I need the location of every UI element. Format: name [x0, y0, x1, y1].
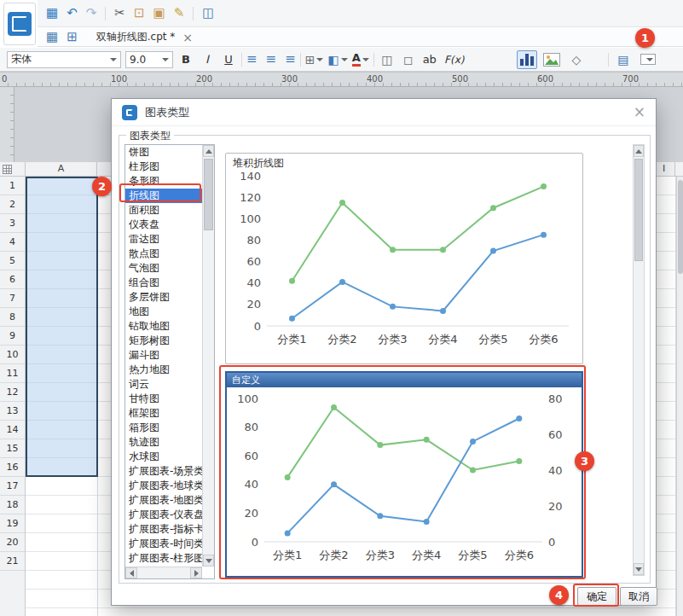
save-icon[interactable]: ▦ [46, 7, 58, 20]
chart-type-item[interactable]: 词云 [125, 377, 203, 392]
font-color-button[interactable]: A [352, 51, 369, 68]
row-header[interactable]: 15 [0, 439, 25, 458]
chart-type-item[interactable]: 漏斗图 [125, 348, 203, 363]
scroll-right-icon[interactable] [190, 567, 202, 578]
preview-vertical-scrollbar[interactable] [633, 144, 645, 576]
insert-image-button[interactable] [541, 50, 562, 69]
chart-type-item[interactable]: 饼图 [125, 145, 203, 160]
dialog-titlebar[interactable]: 图表类型 × [112, 99, 656, 126]
scroll-down-icon[interactable] [203, 555, 214, 567]
unmerge-cells-button[interactable]: ◻ [400, 51, 417, 68]
template-grid2-icon[interactable]: ⊞ [67, 31, 78, 44]
row-header[interactable]: 19 [0, 514, 25, 533]
insert-chart-button[interactable] [517, 50, 537, 69]
dialog-close-icon[interactable]: × [634, 103, 645, 120]
align-right-icon[interactable]: ≡ [285, 53, 296, 66]
row-header[interactable]: 16 [0, 458, 25, 477]
row-header[interactable]: 9 [0, 327, 25, 346]
chart-type-item[interactable]: 柱形图 [125, 160, 203, 174]
sheet-vertical-scrollbar[interactable] [676, 177, 683, 616]
selected-cell-range[interactable] [26, 177, 98, 477]
row-header[interactable]: 17 [0, 477, 25, 496]
row-header[interactable]: 7 [0, 289, 25, 308]
row-header[interactable]: 18 [0, 496, 25, 514]
column-header-a[interactable]: A [26, 162, 97, 177]
copy-icon[interactable]: ⊡ [134, 7, 145, 20]
font-size-select[interactable]: 9.0 [125, 51, 173, 68]
cut-icon[interactable]: ✂ [114, 7, 125, 20]
chart-type-item[interactable]: 组合图 [125, 276, 203, 290]
chart-type-item[interactable]: 仪表盘 [125, 218, 203, 232]
chart-type-item[interactable]: 扩展图表-场景类 [125, 464, 203, 479]
row-header[interactable]: 21 [0, 552, 25, 571]
chart-type-item[interactable]: 扩展图表-柱形图 [125, 551, 203, 566]
app-menu-button[interactable] [3, 3, 36, 45]
redo-icon[interactable]: ↷ [86, 7, 97, 20]
chart-preview-stacked-line[interactable]: 堆积折线图 020406080100120140分类1分类2分类3分类4分类5分… [225, 153, 583, 364]
chart-type-item[interactable]: 扩展图表-指标卡 [125, 522, 203, 537]
wrap-text-button[interactable]: ab [421, 51, 438, 68]
row-header[interactable]: 5 [0, 252, 25, 270]
row-header[interactable]: 13 [0, 402, 25, 421]
chart-type-item[interactable]: 扩展图表-时间类 [125, 537, 203, 551]
chart-type-item[interactable]: 扩展图表-地图类 [125, 493, 203, 508]
chart-type-item[interactable]: 矩形树图 [125, 334, 203, 348]
preview-icon[interactable]: ◫ [202, 7, 214, 20]
chart-type-item[interactable]: 多层饼图 [125, 290, 203, 305]
chart-type-item[interactable]: 扩展图表-地球类 [125, 479, 203, 493]
list-vertical-scrollbar[interactable] [202, 145, 214, 567]
list-horizontal-scrollbar[interactable] [125, 567, 202, 578]
row-header[interactable]: 20 [0, 533, 25, 552]
document-tab[interactable]: 双轴折线图.cpt * × [90, 28, 200, 47]
chart-type-item[interactable]: 水球图 [125, 450, 203, 464]
row-header[interactable]: 3 [0, 214, 25, 233]
chart-type-item[interactable]: 钻取地图 [125, 319, 203, 334]
row-header[interactable]: 14 [0, 421, 25, 439]
row-header[interactable]: 4 [0, 233, 25, 252]
insert-shape-button[interactable]: ◇ [566, 50, 587, 69]
undo-icon[interactable]: ↶ [67, 7, 78, 20]
chart-type-item[interactable]: 气泡图 [125, 261, 203, 276]
chart-type-item[interactable]: 箱形图 [125, 421, 203, 435]
scroll-left-icon[interactable] [125, 567, 137, 578]
insert-widget-button[interactable] [638, 50, 658, 69]
align-left-icon[interactable]: ≡ [246, 53, 258, 66]
template-grid-icon[interactable]: ▦ [46, 31, 58, 44]
row-header[interactable]: 11 [0, 364, 25, 383]
borders-button[interactable]: ⊞ [305, 51, 324, 68]
scroll-up-icon[interactable] [203, 145, 214, 157]
insert-subreport-button[interactable]: ▤ [613, 50, 634, 69]
row-header[interactable]: 2 [0, 195, 25, 214]
chart-type-item[interactable]: 雷达图 [125, 232, 203, 247]
chart-type-item[interactable]: 散点图 [125, 247, 203, 261]
scrollbar-thumb[interactable] [204, 159, 213, 230]
chart-type-item[interactable]: 甘特图 [125, 392, 203, 406]
bold-button[interactable]: B [177, 51, 194, 68]
scrollbar-thumb[interactable] [634, 159, 643, 261]
row-header[interactable]: 8 [0, 308, 25, 327]
scrollbar-thumb[interactable] [678, 180, 683, 274]
row-header[interactable]: 10 [0, 346, 25, 364]
paste-icon[interactable]: ▣ [153, 7, 165, 20]
insert-formula-button[interactable]: F(x) [443, 51, 466, 68]
chart-type-item[interactable]: 地图 [125, 305, 203, 319]
row-header[interactable]: 6 [0, 270, 25, 289]
chart-type-item[interactable]: 热力地图 [125, 363, 203, 377]
row-header[interactable]: 12 [0, 383, 25, 402]
font-family-select[interactable]: 宋体 [7, 51, 121, 68]
underline-button[interactable]: U [220, 51, 237, 68]
fill-color-button[interactable]: ◧ [327, 51, 347, 68]
chart-type-item[interactable]: 轨迹图 [125, 435, 203, 450]
align-center-icon[interactable]: ≡ [266, 53, 277, 66]
chart-type-item[interactable]: 面积图 [125, 203, 203, 218]
select-all-corner[interactable] [0, 162, 26, 177]
tab-close-icon[interactable]: × [182, 32, 193, 44]
merge-cells-button[interactable]: ◫ [379, 51, 396, 68]
scroll-down-icon[interactable] [634, 563, 644, 575]
row-header[interactable]: 1 [0, 177, 25, 195]
cancel-button[interactable]: 取消 [620, 587, 657, 606]
format-painter-icon[interactable]: ✎ [174, 7, 185, 20]
scroll-up-icon[interactable] [634, 145, 644, 157]
chart-type-item[interactable]: 框架图 [125, 406, 203, 421]
italic-button[interactable]: I [199, 51, 216, 68]
